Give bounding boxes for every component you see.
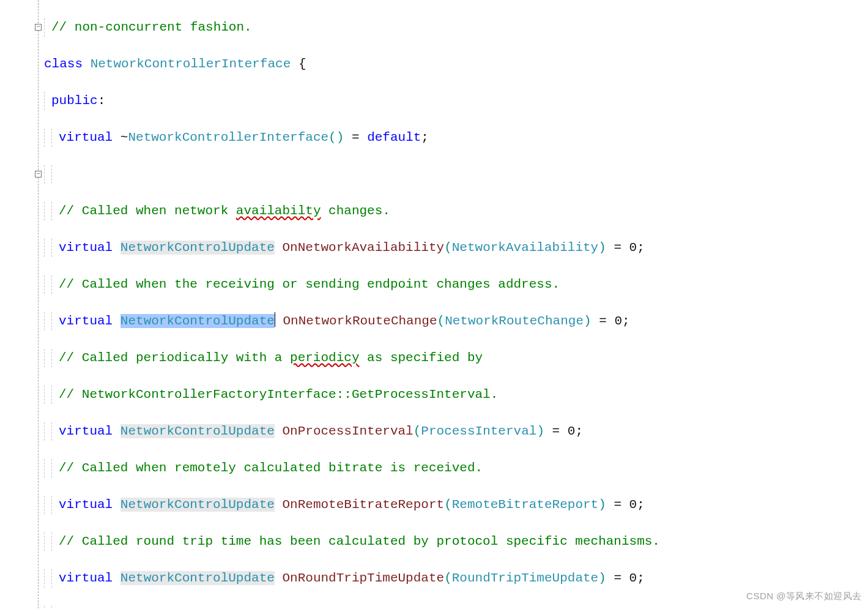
code-line: // Called when a packet is sent on the n… — [44, 606, 868, 609]
keyword: virtual — [59, 241, 113, 255]
keyword: public — [51, 94, 98, 108]
gutter: − − — [0, 0, 42, 609]
keyword: virtual — [59, 130, 113, 144]
fold-toggle-icon[interactable]: − — [35, 24, 42, 31]
pure-virtual: = 0; — [544, 424, 583, 438]
code-line: class NetworkControllerInterface { — [44, 55, 868, 73]
comment: // Called when network availabilty chang… — [59, 204, 390, 218]
return-type: NetworkControlUpdate — [121, 424, 275, 438]
pure-virtual: = 0; — [606, 571, 645, 585]
return-type: NetworkControlUpdate — [121, 498, 275, 512]
semicolon: ; — [421, 130, 429, 144]
code-line: virtual ~NetworkControllerInterface() = … — [44, 129, 868, 147]
arg-type: ProcessInterval — [421, 424, 536, 438]
close-paren: ) — [598, 241, 606, 255]
code-line — [44, 165, 868, 184]
return-type-selected: NetworkControlUpdate — [121, 314, 275, 328]
function-name: OnRoundTripTimeUpdate — [282, 571, 444, 585]
code-line: // Called when the receiving or sending … — [44, 275, 868, 294]
comment: // Called round trip time has been calcu… — [59, 534, 660, 548]
comment: // Called when remotely calculated bitra… — [59, 461, 483, 475]
code-line: virtual NetworkControlUpdate OnRoundTrip… — [44, 569, 868, 588]
close-paren: ) — [584, 314, 592, 328]
watermark: CSDN @等风来不如迎风去 — [746, 587, 862, 605]
comment-text: changes. — [321, 204, 390, 218]
arg-type: RemoteBitrateReport — [452, 498, 598, 512]
comment-text: // Called when network — [59, 204, 236, 218]
code-line: // NetworkControllerFactoryInterface::Ge… — [44, 386, 868, 404]
function-name: OnNetworkAvailability — [282, 241, 444, 255]
pure-virtual: = 0; — [606, 498, 645, 512]
code-line: virtual NetworkControlUpdate OnNetworkAv… — [44, 239, 868, 257]
code-line: // Called periodically with a periodicy … — [44, 349, 868, 367]
keyword: virtual — [59, 314, 113, 328]
code-line: // non-concurrent fashion. — [44, 18, 868, 37]
comment: // NetworkControllerFactoryInterface::Ge… — [59, 387, 498, 402]
keyword: virtual — [59, 571, 113, 585]
open-paren: ( — [414, 424, 421, 438]
colon: : — [98, 94, 106, 108]
function-name: OnNetworkRouteChange — [283, 314, 437, 328]
function-name: OnProcessInterval — [282, 424, 413, 438]
equals: = — [344, 130, 367, 144]
open-paren: ( — [444, 241, 452, 255]
comment: // non-concurrent fashion. — [51, 20, 252, 34]
function-name: OnRemoteBitrateReport — [282, 498, 444, 512]
code-line: // Called when remotely calculated bitra… — [44, 459, 868, 477]
code-line: virtual NetworkControlUpdate OnRemoteBit… — [44, 496, 868, 514]
parens: () — [328, 130, 344, 144]
fold-toggle-icon[interactable]: − — [35, 171, 42, 177]
keyword: virtual — [59, 424, 113, 438]
spell-error: periodicy — [290, 351, 359, 365]
open-paren: ( — [437, 314, 445, 328]
code-editor: − − // non-concurrent fashion. class Net… — [0, 0, 868, 609]
return-type: NetworkControlUpdate — [121, 241, 275, 255]
type-name: NetworkControllerInterface — [128, 130, 328, 144]
pure-virtual: = 0; — [592, 314, 630, 328]
arg-type: NetworkAvailability — [452, 241, 598, 255]
type-name: NetworkControllerInterface — [91, 57, 291, 71]
comment-text: // Called periodically with a — [59, 351, 290, 365]
pure-virtual: = 0; — [606, 241, 645, 255]
keyword: default — [367, 130, 421, 144]
code-line: public: — [44, 92, 868, 110]
close-paren: ) — [598, 498, 606, 512]
code-line: virtual NetworkControlUpdate OnNetworkRo… — [44, 312, 868, 331]
fold-guide-line — [38, 0, 39, 609]
close-paren: ) — [536, 424, 544, 438]
tilde: ~ — [121, 130, 128, 144]
code-line: virtual NetworkControlUpdate OnProcessIn… — [44, 422, 868, 441]
keyword: virtual — [59, 498, 113, 512]
code-area[interactable]: // non-concurrent fashion. class Network… — [42, 0, 868, 609]
arg-type: NetworkRouteChange — [445, 314, 584, 328]
comment: // Called when the receiving or sending … — [59, 277, 560, 291]
close-paren: ) — [598, 571, 606, 585]
return-type: NetworkControlUpdate — [121, 571, 275, 585]
open-paren: ( — [444, 571, 452, 585]
brace: { — [291, 57, 306, 71]
spell-error: availabilty — [236, 204, 321, 218]
text-caret — [275, 312, 275, 327]
keyword: class — [44, 57, 83, 71]
comment-text: as specified by — [359, 351, 483, 365]
comment: // Called periodically with a periodicy … — [59, 351, 483, 365]
arg-type: RoundTripTimeUpdate — [452, 571, 598, 585]
open-paren: ( — [444, 498, 452, 512]
code-line: // Called when network availabilty chang… — [44, 202, 868, 220]
code-line: // Called round trip time has been calcu… — [44, 532, 868, 551]
